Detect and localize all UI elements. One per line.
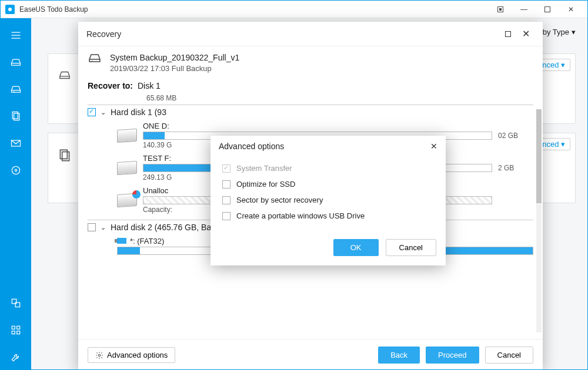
content: ↑ Sort by Type ▾ Advanced ▾ Advanced ▾ R… — [31, 18, 587, 370]
disk1-label: Hard disk 1 (93 — [111, 107, 166, 117]
checkbox[interactable] — [222, 180, 230, 189]
option-optimize-ssd[interactable]: Optimize for SSD — [222, 176, 434, 192]
menu-icon[interactable] — [1, 22, 31, 49]
backup-info: System Backup_20190322_Full_v1 2019/03/2… — [78, 46, 543, 78]
checkbox — [222, 164, 230, 173]
disk-card-icon — [57, 69, 72, 84]
close-button[interactable]: ✕ — [559, 1, 583, 18]
option-sector-recovery[interactable]: Sector by sector recovery — [222, 192, 434, 208]
option-label: Optimize for SSD — [236, 180, 295, 189]
disk-icon[interactable] — [1, 49, 31, 76]
recovery-header: Recovery ✕ — [78, 22, 543, 46]
chevron-down-icon: ▾ — [561, 140, 565, 149]
svg-rect-8 — [17, 326, 20, 329]
backup-disk-icon — [88, 51, 102, 65]
apps-icon[interactable] — [1, 317, 31, 344]
usb-icon — [117, 238, 126, 244]
smart-icon[interactable] — [1, 157, 31, 184]
clone-icon[interactable] — [1, 290, 31, 317]
recovery-title: Recovery — [86, 29, 121, 39]
right-size: 2 GB — [498, 164, 533, 172]
file-icon[interactable] — [1, 103, 31, 130]
option-label: Create a portable windows USB Drive — [236, 211, 365, 220]
svg-rect-10 — [17, 331, 20, 334]
advanced-options-label: Advanced options — [107, 351, 168, 359]
panel-maximize-button[interactable] — [499, 25, 517, 43]
drive-icon — [117, 161, 137, 175]
option-label: Sector by sector recovery — [236, 196, 323, 204]
svg-rect-0 — [12, 112, 18, 119]
advanced-options-modal: Advanced options ✕ System Transfer Optim… — [211, 136, 446, 265]
disk-row[interactable]: ⌄ Hard disk 1 (93 — [88, 105, 533, 119]
partition-label: *: (FAT32) — [130, 237, 164, 245]
modal-body: System Transfer Optimize for SSD Sector … — [211, 157, 446, 233]
option-label: System Transfer — [236, 164, 292, 173]
svg-rect-7 — [12, 326, 15, 329]
disk1-checkbox[interactable] — [88, 108, 96, 116]
pie-icon — [132, 190, 141, 199]
recover-to-label: Recover to: — [88, 81, 133, 90]
checkbox[interactable] — [222, 196, 230, 204]
option-system-transfer: System Transfer — [222, 160, 434, 176]
chevron-down-icon: ▾ — [561, 60, 565, 69]
modal-title: Advanced options — [219, 142, 284, 151]
svg-point-13 — [98, 354, 101, 356]
restore-down-icon[interactable] — [489, 1, 512, 18]
chevron-down-icon[interactable]: ⌄ — [101, 224, 106, 231]
minimize-button[interactable]: — — [512, 1, 536, 18]
disk2-checkbox[interactable] — [88, 223, 96, 231]
svg-point-3 — [12, 166, 19, 174]
file-card-icon — [57, 148, 72, 166]
app-title: EaseUS Todo Backup — [19, 5, 88, 14]
svg-rect-11 — [60, 150, 67, 159]
svg-point-4 — [15, 169, 16, 171]
drive-icon — [117, 129, 137, 143]
svg-rect-12 — [62, 152, 69, 161]
app-logo-icon — [5, 5, 15, 14]
backup-subtitle: 2019/03/22 17:03 Full Backup — [110, 64, 239, 73]
modal-close-button[interactable]: ✕ — [430, 142, 437, 151]
modal-cancel-button[interactable]: Cancel — [386, 239, 436, 256]
option-portable-usb[interactable]: Create a portable windows USB Drive — [222, 208, 434, 224]
scrollbar-thumb[interactable] — [536, 109, 542, 203]
recover-to-row: Recover to: Disk 1 — [78, 78, 543, 92]
main: ↑ Sort by Type ▾ Advanced ▾ Advanced ▾ R… — [1, 18, 587, 370]
chevron-down-icon: ▾ — [572, 28, 576, 36]
sidebar — [1, 18, 31, 370]
partition-label: ONE D: — [143, 122, 492, 130]
svg-rect-9 — [12, 331, 15, 334]
proceed-button[interactable]: Proceed — [426, 347, 479, 364]
gear-icon — [95, 351, 103, 359]
backup-name: System Backup_20190322_Full_v1 — [110, 51, 239, 64]
mail-icon[interactable] — [1, 130, 31, 157]
right-size: 02 GB — [498, 132, 533, 140]
panel-close-button[interactable]: ✕ — [517, 25, 534, 43]
advanced-options-button[interactable]: Advanced options — [88, 347, 175, 363]
size-text: 65.68 MB — [88, 92, 533, 105]
chevron-down-icon[interactable]: ⌄ — [101, 109, 106, 116]
tools-icon[interactable] — [1, 344, 31, 370]
back-button[interactable]: Back — [378, 347, 420, 364]
cancel-button[interactable]: Cancel — [485, 347, 533, 364]
scrollbar[interactable] — [536, 109, 542, 332]
maximize-button[interactable] — [536, 1, 559, 18]
system-icon[interactable] — [1, 76, 31, 103]
recover-to-disk: Disk 1 — [138, 81, 161, 90]
recovery-footer: Advanced options Back Proceed Cancel — [78, 339, 543, 370]
modal-header: Advanced options ✕ — [211, 136, 446, 157]
ok-button[interactable]: OK — [333, 239, 379, 256]
modal-footer: OK Cancel — [211, 233, 446, 265]
svg-rect-1 — [14, 113, 19, 120]
titlebar: EaseUS Todo Backup — ✕ — [1, 1, 587, 18]
checkbox[interactable] — [222, 212, 230, 220]
